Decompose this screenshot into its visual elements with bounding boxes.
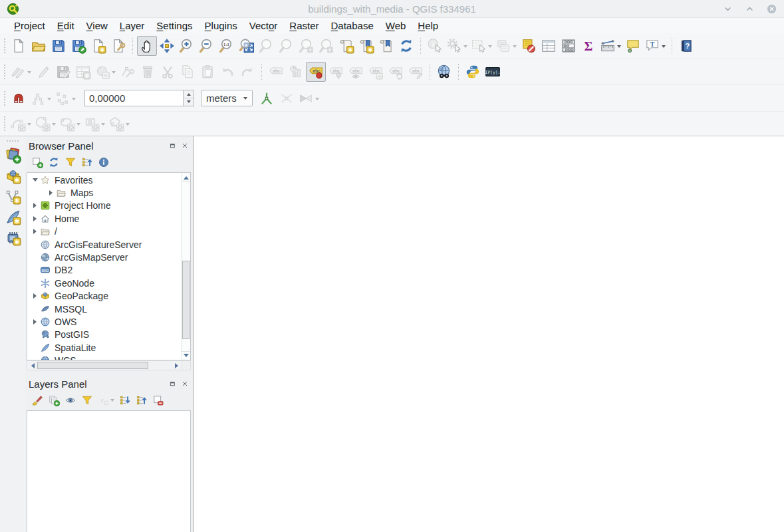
tree-item-geopackage[interactable]: GeoPackage	[27, 290, 181, 303]
horizontal-scrollbar-thumb[interactable]	[37, 362, 148, 369]
text-annotation-button[interactable]: T	[643, 36, 668, 56]
menu-vector[interactable]: Vector	[243, 20, 284, 31]
layers-float-button[interactable]	[168, 380, 177, 388]
help-button[interactable]: ?	[676, 36, 696, 56]
zoom-full-button[interactable]	[237, 36, 257, 56]
open-data-source-manager-button[interactable]	[2, 145, 23, 166]
menu-database[interactable]: Database	[325, 20, 380, 31]
snapping-tolerance-input[interactable]: 0,00000	[84, 90, 194, 106]
tree-item-db2[interactable]: DB2DB2	[27, 264, 181, 277]
browser-float-button[interactable]	[168, 142, 177, 150]
browser-close-button[interactable]	[180, 142, 189, 150]
chevron-right-icon[interactable]	[30, 319, 40, 325]
snapping-tolerance-stepper[interactable]	[183, 90, 194, 106]
toolbar-handle[interactable]	[4, 116, 5, 131]
filter-browser-button[interactable]	[65, 156, 76, 168]
new-virtual-layer-button[interactable]	[2, 227, 23, 248]
chevron-right-icon[interactable]	[30, 203, 40, 208]
scroll-down-button[interactable]	[182, 351, 190, 360]
deselect-features-all-layers-button[interactable]	[519, 36, 539, 56]
topological-editing-button[interactable]	[257, 88, 277, 108]
spin-up-button[interactable]	[184, 90, 194, 98]
new-spatial-bookmark-button[interactable]	[336, 36, 356, 56]
highlight-pinned-labels-button[interactable]: abc	[306, 62, 326, 82]
zoom-out-button[interactable]	[197, 36, 217, 56]
statistical-summary-button[interactable]: Σ	[579, 36, 598, 56]
metasearch-button[interactable]	[434, 62, 454, 82]
open-project-button[interactable]	[29, 36, 49, 56]
scroll-up-button[interactable]	[182, 173, 190, 182]
tree-item-geonode[interactable]: GeoNode	[27, 277, 181, 289]
tree-item-arcgismapserver[interactable]: ArcGisMapServer	[27, 251, 181, 263]
menu-layer[interactable]: Layer	[114, 20, 151, 31]
horizontal-scrollbar[interactable]	[27, 360, 191, 370]
show-layout-manager-button[interactable]	[108, 36, 128, 56]
new-print-layout-button[interactable]	[88, 36, 108, 56]
new-geopackage-layer-button[interactable]	[2, 166, 23, 186]
scroll-left-button[interactable]	[27, 361, 37, 370]
horizontal-scroll-track[interactable]	[37, 361, 172, 370]
refresh-browser-button[interactable]	[48, 156, 60, 168]
tree-item-root[interactable]: /	[27, 225, 181, 238]
ipython-console-button[interactable]: IP[y]:	[483, 62, 503, 82]
snapping-tolerance-value[interactable]: 0,00000	[84, 90, 183, 106]
manage-map-themes-button[interactable]	[65, 394, 76, 406]
menu-project[interactable]: Project	[8, 20, 51, 31]
collapse-all-button[interactable]	[81, 156, 93, 168]
minimize-button[interactable]	[722, 3, 733, 15]
pan-map-button[interactable]	[137, 36, 157, 56]
spin-down-button[interactable]	[184, 98, 194, 106]
map-tips-button[interactable]	[623, 36, 643, 56]
remove-layer-group-button[interactable]	[152, 394, 164, 406]
maximize-button[interactable]	[744, 3, 755, 15]
expand-all-button[interactable]	[119, 394, 131, 406]
tree-item-postgis[interactable]: PostGIS	[27, 329, 181, 341]
tree-item-project-home[interactable]: Project Home	[27, 200, 181, 212]
menu-help[interactable]: Help	[412, 20, 444, 31]
tree-item-favorites[interactable]: Favorites	[27, 174, 181, 186]
field-calculator-button[interactable]	[559, 36, 579, 56]
new-project-button[interactable]	[9, 36, 29, 56]
chevron-right-icon[interactable]	[30, 229, 40, 234]
toolbar-handle[interactable]	[7, 140, 19, 142]
title-bar[interactable]: buildings_with_media - QGIS f334961	[0, 0, 784, 18]
tree-item-spatialite[interactable]: SpatiaLite	[27, 341, 181, 354]
toolbar-handle[interactable]	[4, 65, 5, 79]
map-canvas[interactable]	[194, 136, 784, 532]
tree-item-maps[interactable]: Maps	[27, 186, 181, 199]
new-shapefile-layer-button[interactable]	[2, 186, 23, 207]
enable-snapping-button[interactable]	[9, 88, 29, 108]
open-layer-styling-button[interactable]	[31, 394, 43, 406]
filter-legend-button[interactable]	[81, 394, 93, 406]
save-project-as-button[interactable]	[68, 36, 88, 56]
collapse-all-layers-button[interactable]	[136, 394, 148, 406]
tree-item-arcgisfeatureserver[interactable]: ArcGisFeatureServer	[27, 238, 181, 251]
python-console-button[interactable]	[463, 62, 483, 82]
show-bookmark-manager-button[interactable]	[376, 36, 396, 56]
menu-settings[interactable]: Settings	[150, 20, 198, 31]
menu-web[interactable]: Web	[380, 20, 412, 31]
measure-line-button[interactable]	[598, 36, 623, 56]
scrollbar-thumb[interactable]	[182, 261, 190, 339]
layers-close-button[interactable]	[180, 380, 189, 388]
open-attribute-table-button[interactable]	[539, 36, 559, 56]
menu-view[interactable]: View	[80, 20, 114, 31]
snapping-units-select[interactable]: meters	[201, 90, 253, 106]
show-spatial-bookmarks-button[interactable]	[356, 36, 376, 56]
new-spatialite-layer-button[interactable]	[2, 207, 23, 227]
vertical-scrollbar[interactable]	[181, 173, 190, 360]
layers-list-empty[interactable]	[27, 410, 191, 532]
chevron-right-icon[interactable]	[30, 293, 40, 299]
chevron-right-icon[interactable]	[30, 216, 40, 221]
tree-item-wcs[interactable]: WCS	[27, 354, 181, 360]
menu-raster[interactable]: Raster	[283, 20, 325, 31]
close-button[interactable]	[766, 3, 777, 15]
add-group-button[interactable]	[48, 394, 60, 406]
zoom-in-button[interactable]	[177, 36, 197, 56]
refresh-map-button[interactable]	[396, 36, 416, 56]
scroll-right-button[interactable]	[172, 361, 182, 370]
save-project-button[interactable]	[49, 36, 68, 56]
zoom-native-resolution-button[interactable]: 1:1	[217, 36, 237, 56]
chevron-right-icon[interactable]	[46, 190, 56, 196]
tree-item-mssql[interactable]: MSSQL	[27, 303, 181, 315]
